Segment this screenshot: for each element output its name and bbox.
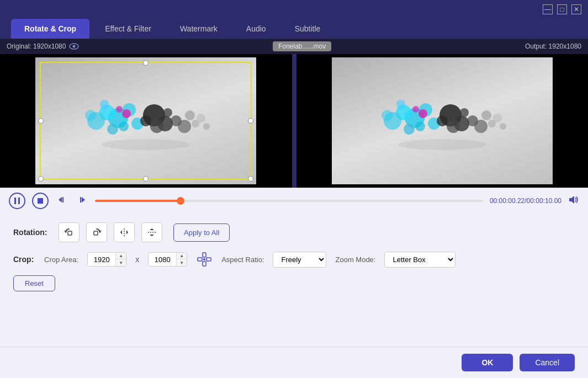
svg-rect-68: [203, 253, 206, 257]
svg-point-47: [398, 139, 486, 150]
dimension-separator: x: [135, 255, 139, 264]
svg-point-45: [419, 109, 427, 118]
svg-point-1: [73, 45, 76, 48]
pause-button[interactable]: [9, 193, 25, 209]
crop-width-input-group: ▲ ▼: [87, 252, 126, 267]
crop-area-label: Crop Area:: [44, 255, 78, 264]
stop-button[interactable]: [32, 193, 49, 209]
svg-point-29: [404, 124, 415, 135]
particles-visual-right: [370, 85, 514, 157]
svg-point-15: [163, 108, 172, 117]
svg-marker-61: [120, 230, 122, 235]
svg-marker-58: [98, 231, 102, 232]
svg-point-20: [197, 114, 205, 123]
skip-forward-button[interactable]: [75, 193, 88, 209]
svg-point-40: [474, 120, 488, 133]
svg-point-14: [140, 115, 151, 126]
progress-fill: [95, 200, 181, 202]
minimize-button[interactable]: —: [543, 4, 553, 14]
output-label: Output: 1920x1080: [525, 42, 581, 50]
playback-bar: 00:00:00.22/00:00:10.00: [0, 188, 588, 214]
svg-rect-69: [203, 262, 206, 266]
crop-height-down[interactable]: ▼: [177, 259, 187, 266]
svg-rect-66: [198, 258, 202, 261]
svg-point-17: [178, 120, 191, 133]
time-display: 00:00:00.22/00:00:10.00: [490, 197, 561, 205]
rotate-cw-button[interactable]: [86, 222, 107, 242]
svg-point-9: [119, 121, 129, 131]
svg-point-70: [203, 258, 205, 260]
svg-rect-57: [68, 231, 72, 235]
particles-visual: [74, 85, 218, 157]
close-button[interactable]: ✕: [571, 4, 581, 14]
svg-marker-64: [150, 228, 154, 230]
flip-horizontal-button[interactable]: [114, 222, 135, 242]
svg-point-13: [150, 120, 163, 133]
svg-point-31: [382, 110, 393, 121]
svg-point-24: [102, 139, 190, 150]
right-preview: [296, 54, 589, 188]
video-info-bar: Original: 1920x1080 Fonelab......mov Out…: [0, 39, 588, 54]
progress-thumb: [177, 197, 184, 205]
svg-point-22: [122, 109, 131, 118]
svg-point-46: [412, 106, 419, 113]
apply-to-all-button[interactable]: Apply to All: [173, 223, 230, 242]
controls-area: Rotation: Apply to All Crop: Crop Area:: [0, 214, 588, 347]
crop-width-input[interactable]: [88, 253, 115, 266]
crop-width-up[interactable]: ▲: [116, 253, 126, 259]
crop-row: Crop: Crop Area: ▲ ▼ x ▲ ▼: [13, 251, 575, 268]
filename-display: Fonelab......mov: [273, 41, 331, 51]
svg-rect-50: [38, 198, 43, 204]
svg-rect-54: [80, 197, 81, 203]
svg-marker-53: [82, 197, 85, 203]
zoom-mode-label: Zoom Mode:: [335, 255, 375, 264]
svg-point-18: [185, 110, 195, 120]
reset-button[interactable]: Reset: [13, 275, 55, 291]
rotation-label: Rotation:: [13, 228, 52, 237]
aspect-ratio-select[interactable]: Freely 16:9 4:3 1:1 9:16: [273, 252, 326, 268]
crop-center-icon[interactable]: [196, 251, 213, 268]
svg-marker-65: [150, 235, 154, 236]
cancel-button[interactable]: Cancel: [520, 354, 575, 371]
eye-icon[interactable]: [69, 41, 79, 51]
preview-divider: [292, 54, 296, 188]
svg-marker-55: [569, 196, 574, 204]
tab-effect-filter[interactable]: Effect & Filter: [92, 19, 165, 39]
crop-width-spinners: ▲ ▼: [115, 253, 126, 266]
tab-subtitle[interactable]: Subtitle: [282, 19, 334, 39]
tab-rotate-crop[interactable]: Rotate & Crop: [11, 19, 89, 39]
zoom-mode-select[interactable]: Letter Box Pan & Scan Full: [384, 252, 455, 268]
rotate-ccw-button[interactable]: [59, 222, 80, 242]
crop-height-input-group: ▲ ▼: [148, 252, 187, 267]
svg-point-7: [100, 100, 109, 109]
svg-point-8: [85, 110, 96, 121]
svg-point-32: [415, 121, 425, 131]
svg-point-37: [437, 115, 448, 126]
crop-height-up[interactable]: ▲: [177, 253, 187, 259]
ok-button[interactable]: OK: [462, 354, 513, 371]
volume-icon[interactable]: [568, 195, 579, 206]
tab-watermark[interactable]: Watermark: [167, 19, 231, 39]
svg-marker-62: [126, 230, 128, 235]
svg-rect-49: [18, 198, 20, 204]
title-bar: — □ ✕: [0, 0, 588, 19]
svg-point-30: [396, 100, 405, 109]
main-content: Original: 1920x1080 Fonelab......mov Out…: [0, 39, 588, 378]
crop-height-input[interactable]: [149, 253, 176, 266]
svg-point-41: [481, 110, 491, 120]
maximize-button[interactable]: □: [557, 4, 567, 14]
tab-audio[interactable]: Audio: [233, 19, 279, 39]
svg-point-43: [493, 114, 502, 123]
svg-point-23: [116, 106, 123, 113]
progress-track[interactable]: [95, 200, 483, 202]
tab-bar: Rotate & Crop Effect & Filter Watermark …: [0, 19, 588, 39]
svg-point-38: [460, 108, 469, 117]
video-area: Original: 1920x1080 Fonelab......mov Out…: [0, 39, 588, 188]
skip-back-button[interactable]: [55, 193, 68, 209]
svg-rect-48: [14, 198, 16, 204]
flip-vertical-button[interactable]: [141, 222, 162, 242]
original-label: Original: 1920x1080: [7, 41, 79, 51]
crop-width-down[interactable]: ▼: [116, 259, 126, 266]
svg-marker-51: [59, 197, 62, 203]
svg-marker-56: [64, 231, 67, 232]
